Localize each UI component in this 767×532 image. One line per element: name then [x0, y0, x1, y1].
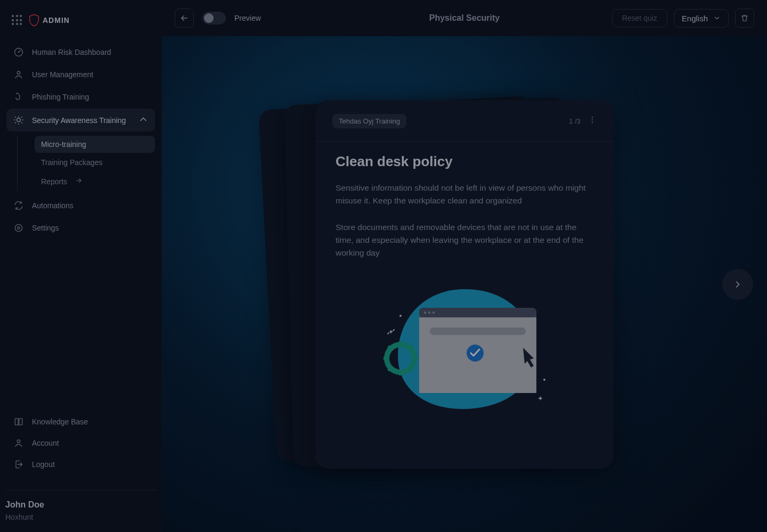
svg-point-7	[17, 440, 20, 443]
sidebar-item-security-training[interactable]: Security Awareness Training	[6, 109, 155, 132]
subnav-label: Reports	[41, 177, 67, 186]
kebab-icon	[588, 116, 597, 124]
sidebar-item-label: Security Awareness Training	[32, 116, 126, 125]
sidebar-item-label: Settings	[32, 224, 59, 232]
svg-point-15	[424, 311, 426, 313]
next-card-button[interactable]	[722, 269, 753, 300]
divider	[5, 490, 156, 490]
svg-line-26	[388, 346, 391, 349]
sidebar-item-knowledge-base[interactable]: Knowledge Base	[6, 411, 155, 432]
delete-button[interactable]	[735, 9, 754, 28]
sidebar-item-label: Account	[32, 439, 59, 447]
card-paragraph: Sensitive information should not be left…	[336, 182, 593, 207]
reset-quiz-button[interactable]: Reset quiz	[612, 9, 667, 27]
hook-icon	[13, 92, 25, 102]
svg-point-16	[428, 311, 430, 313]
svg-point-9	[592, 119, 593, 120]
training-tag: Tehdas Oyj Training	[332, 114, 406, 128]
toggle-knob	[204, 13, 214, 23]
card-illustration	[315, 273, 614, 469]
svg-point-10	[592, 122, 593, 123]
topbar: Preview Physical Security Reset quiz Eng…	[162, 0, 767, 36]
subnav-training-packages[interactable]: Training Packages	[35, 154, 155, 171]
svg-point-4	[17, 118, 21, 121]
sidebar-item-logout[interactable]: Logout	[6, 454, 155, 475]
sidebar-item-automations[interactable]: Automations	[6, 195, 155, 216]
refresh-icon	[13, 200, 25, 211]
arrow-right-icon	[75, 176, 83, 186]
trash-icon	[740, 13, 749, 23]
sidebar-item-label: Human Risk Dashboard	[32, 48, 111, 56]
svg-line-28	[388, 367, 391, 371]
subnav-micro-training[interactable]: Micro-training	[35, 136, 155, 153]
sidebar-item-label: Knowledge Base	[32, 418, 88, 426]
logout-icon	[13, 459, 25, 470]
card-stack: Tehdas Oyj Training 1 /3 Clean desk poli…	[315, 100, 614, 469]
back-button[interactable]	[175, 9, 194, 28]
brand-label: ADMIN	[43, 16, 70, 24]
svg-point-8	[592, 117, 593, 118]
svg-line-27	[410, 367, 413, 371]
training-card[interactable]: Tehdas Oyj Training 1 /3 Clean desk poli…	[315, 100, 614, 469]
svg-point-6	[18, 227, 20, 229]
svg-point-12	[543, 379, 545, 381]
book-icon	[13, 416, 25, 427]
user-org: Hoxhunt	[5, 513, 156, 521]
preview-label: Preview	[234, 14, 261, 22]
brand-area: ADMIN	[0, 10, 161, 42]
svg-rect-19	[430, 328, 526, 335]
svg-line-29	[410, 346, 413, 349]
page-indicator: 1 /3	[569, 117, 581, 125]
sidebar-item-users[interactable]: User Management	[6, 64, 155, 85]
lightbulb-icon	[13, 115, 25, 126]
users-icon	[13, 69, 25, 80]
chevron-down-icon	[713, 14, 721, 22]
apps-grid-icon[interactable]	[12, 15, 22, 26]
card-title: Clean desk policy	[336, 153, 593, 170]
chevron-right-icon	[732, 279, 743, 290]
svg-point-5	[15, 224, 22, 231]
chevron-up-icon	[138, 114, 149, 126]
user-name: John Doe	[5, 500, 156, 510]
sidebar-item-settings[interactable]: Settings	[6, 217, 155, 239]
arrow-left-icon	[179, 13, 189, 23]
sidebar-item-label: Phishing Training	[32, 93, 89, 101]
card-body: Clean desk policy Sensitive information …	[315, 142, 614, 273]
reset-label: Reset quiz	[622, 14, 657, 22]
settings-icon	[13, 223, 25, 233]
subnav-label: Training Packages	[41, 158, 102, 167]
sidebar-bottom-nav: Knowledge Base Account Logout	[0, 411, 161, 482]
card-menu-button[interactable]	[588, 116, 597, 126]
svg-point-11	[399, 315, 402, 317]
card-paragraph: Store documents and removable devices th…	[336, 221, 593, 259]
svg-point-3	[16, 93, 18, 94]
user-block[interactable]: John Doe Hoxhunt	[0, 500, 161, 532]
user-icon	[13, 438, 25, 448]
page-title: Physical Security	[429, 13, 500, 23]
language-select[interactable]: English	[674, 9, 729, 28]
subnav-reports[interactable]: Reports	[35, 172, 155, 191]
sidebar-item-label: User Management	[32, 70, 93, 79]
brand-logo[interactable]: ADMIN	[29, 14, 70, 27]
svg-rect-14	[419, 308, 536, 317]
security-training-subnav: Micro-training Training Packages Reports	[17, 136, 155, 191]
subnav-label: Micro-training	[41, 140, 86, 149]
svg-point-1	[18, 52, 20, 53]
language-label: English	[682, 14, 708, 23]
sidebar-item-label: Logout	[32, 460, 55, 469]
gauge-icon	[13, 47, 25, 58]
card-header: Tehdas Oyj Training 1 /3	[315, 100, 614, 135]
sidebar-item-account[interactable]: Account	[6, 432, 155, 454]
preview-toggle[interactable]	[202, 12, 226, 24]
primary-nav: Human Risk Dashboard User Management Phi…	[0, 42, 161, 239]
sidebar-item-label: Automations	[32, 201, 74, 210]
svg-point-17	[433, 311, 435, 313]
content-area: Tehdas Oyj Training 1 /3 Clean desk poli…	[162, 36, 767, 532]
shield-icon	[29, 14, 39, 27]
svg-point-2	[17, 71, 20, 74]
main-area: Preview Physical Security Reset quiz Eng…	[162, 0, 767, 532]
sidebar: ADMIN Human Risk Dashboard User Manageme…	[0, 0, 162, 532]
sidebar-item-phishing[interactable]: Phishing Training	[6, 86, 155, 108]
sidebar-item-dashboard[interactable]: Human Risk Dashboard	[6, 42, 155, 63]
